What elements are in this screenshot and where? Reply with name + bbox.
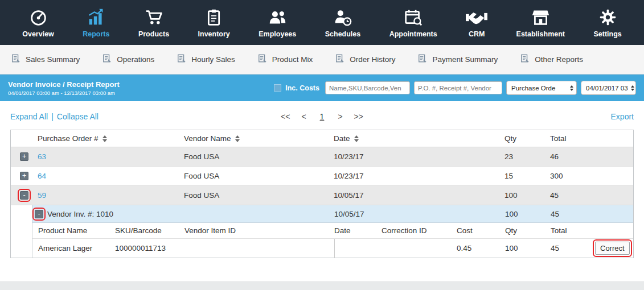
product-search-input[interactable] (325, 81, 410, 94)
top-navigation: Overview Reports Products Inventory Empl… (0, 0, 644, 45)
detail-total-cell: 45 (551, 244, 595, 252)
pagination-prev[interactable]: < (301, 112, 306, 121)
date-range-select[interactable]: 04/01/2017 03 (581, 81, 636, 95)
gear-icon (598, 7, 617, 28)
nav-item-appointments[interactable]: Appointments (389, 7, 437, 38)
qty-cell: 23 (504, 152, 550, 161)
subnav-sales-summary[interactable]: Sales Summary (11, 54, 80, 65)
report-type-select-value: Purchase Orde (511, 85, 555, 92)
table-toolbar: Expand All | Collapse All << < 1 > >> Ex… (0, 101, 644, 130)
report-doc-icon (102, 54, 112, 65)
collapse-all-link[interactable]: Collapse All (57, 112, 99, 121)
expand-row-button[interactable]: + (20, 152, 28, 161)
cost-cell: 0.45 (457, 244, 505, 252)
reports-subnav: Sales Summary Operations Hourly Sales Pr… (0, 45, 644, 74)
select-spinner-icon (567, 85, 573, 91)
sort-icon[interactable] (235, 135, 240, 142)
pagination-last[interactable]: >> (354, 112, 363, 121)
invoice-total-cell: 45 (551, 210, 633, 218)
nav-item-label: Products (138, 30, 169, 38)
detail-date-cell (334, 239, 382, 258)
report-doc-icon (258, 54, 267, 65)
invoice-date-cell: 10/05/17 (334, 210, 505, 218)
report-header-bar: Vendor Invoice / Receipt Report 04/01/20… (0, 74, 644, 101)
calendar-search-icon (404, 7, 423, 28)
nav-item-label: Reports (83, 30, 109, 38)
subnav-other-reports[interactable]: Other Reports (520, 54, 583, 65)
nav-item-label: Appointments (389, 30, 437, 38)
total-cell: 46 (550, 152, 633, 161)
subnav-payment-summary[interactable]: Payment Summary (418, 54, 498, 65)
nav-item-label: Employees (259, 30, 296, 38)
vendor-name-cell: Food USA (184, 191, 334, 200)
expanded-invoice-detail: - Vendor Inv. #: 1010 10/05/17 100 45 Pr… (32, 205, 633, 258)
report-title-block: Vendor Invoice / Receipt Report 04/01/20… (8, 80, 120, 96)
handshake-icon (466, 7, 487, 28)
subnav-label: Product Mix (272, 55, 313, 64)
qty-cell: 100 (504, 191, 550, 200)
pagination-first[interactable]: << (281, 112, 290, 121)
subnav-order-history[interactable]: Order History (335, 54, 395, 65)
header-purchase-order: Purchase Order # (38, 134, 184, 143)
shopping-cart-icon (145, 7, 163, 28)
header-qty: Qty (504, 134, 550, 143)
detail-qty-cell: 100 (505, 244, 551, 252)
inc-costs-checkbox[interactable] (274, 84, 281, 92)
product-name-cell: American Lager (38, 244, 115, 252)
select-spinner-icon (628, 85, 634, 91)
date-cell: 10/23/17 (334, 172, 504, 180)
report-filter-controls: Inc. Costs Purchase Orde 04/01/2017 03 (274, 81, 636, 95)
header-label: Vendor Name (184, 134, 231, 143)
nav-item-employees[interactable]: Employees (259, 7, 296, 38)
detail-header-product: Product Name (38, 226, 115, 235)
po-number-link[interactable]: 63 (38, 152, 46, 161)
nav-item-inventory[interactable]: Inventory (198, 7, 230, 38)
nav-item-reports[interactable]: Reports (83, 7, 109, 38)
pagination: << < 1 > >> (281, 112, 363, 121)
nav-item-crm[interactable]: CRM (466, 7, 487, 38)
detail-header-qty: Qty (505, 226, 551, 235)
gauge-icon (29, 7, 48, 28)
detail-header-row: Product Name SKU/Barcode Vendor Item ID … (32, 223, 633, 239)
pagination-current-page[interactable]: 1 (318, 112, 327, 121)
sort-icon[interactable] (102, 135, 107, 142)
page-footer-strip (0, 281, 644, 290)
po-number-link[interactable]: 64 (38, 172, 46, 180)
nav-item-label: Settings (593, 30, 621, 38)
date-cell: 10/23/17 (334, 152, 504, 161)
correct-button[interactable]: Correct (595, 242, 630, 255)
subnav-product-mix[interactable]: Product Mix (258, 54, 313, 65)
table-row-expanded: - 59 Food USA 10/05/17 100 45 (11, 186, 633, 205)
report-doc-icon (335, 54, 344, 65)
nav-item-products[interactable]: Products (138, 7, 169, 38)
nav-item-settings[interactable]: Settings (593, 7, 621, 38)
nav-item-overview[interactable]: Overview (22, 7, 54, 38)
nav-item-schedules[interactable]: Schedules (325, 7, 361, 38)
invoice-qty-cell: 100 (505, 210, 551, 218)
inc-costs-label: Inc. Costs (285, 84, 319, 92)
expand-all-link[interactable]: Expand All (10, 112, 48, 121)
vendor-name-cell: Food USA (184, 152, 334, 161)
po-number-link[interactable]: 59 (38, 191, 46, 200)
collapse-row-button[interactable]: - (20, 191, 28, 200)
total-cell: 300 (550, 172, 633, 180)
subnav-operations[interactable]: Operations (102, 54, 154, 65)
report-type-select[interactable]: Purchase Orde (506, 81, 577, 95)
header-vendor-name: Vendor Name (184, 134, 334, 143)
po-receipt-search-input[interactable] (414, 81, 502, 94)
export-link[interactable]: Export (611, 112, 634, 121)
date-range-select-value: 04/01/2017 03 (586, 85, 628, 92)
sort-icon[interactable] (354, 135, 359, 142)
collapse-invoice-button[interactable]: - (35, 210, 43, 218)
header-label: Date (334, 134, 350, 143)
expand-collapse-links: Expand All | Collapse All (10, 112, 281, 121)
nav-item-establishment[interactable]: Establishment (516, 7, 565, 38)
subnav-hourly-sales[interactable]: Hourly Sales (177, 54, 235, 65)
nav-item-label: Schedules (325, 30, 361, 38)
vendor-invoice-row: - Vendor Inv. #: 1010 10/05/17 100 45 (32, 205, 633, 223)
detail-header-correction: Correction ID (382, 226, 457, 235)
table-header-row: Purchase Order # Vendor Name Date Qty To… (11, 130, 633, 147)
expand-row-button[interactable]: + (20, 172, 28, 180)
report-doc-icon (418, 54, 427, 65)
pagination-next[interactable]: > (338, 112, 342, 121)
